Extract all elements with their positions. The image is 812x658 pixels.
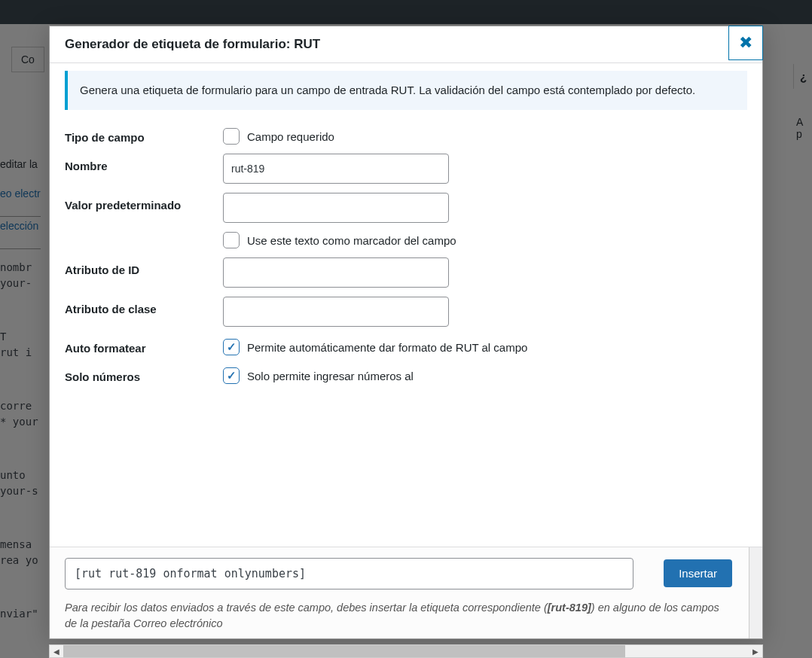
horizontal-scrollbar[interactable]: ◀ ▶ — [49, 644, 763, 658]
placeholder-checkbox[interactable] — [223, 232, 240, 248]
id-attr-input[interactable] — [223, 257, 449, 288]
close-icon: ✖ — [739, 33, 752, 53]
autoformat-checkbox-label: Permite automáticamente dar formato de R… — [247, 341, 527, 354]
required-checkbox-label: Campo requerido — [247, 130, 334, 143]
name-label: Nombre — [65, 154, 223, 172]
vertical-scrollbar[interactable] — [749, 547, 762, 639]
default-value-label: Valor predeterminado — [65, 193, 223, 212]
generated-tag-input[interactable] — [65, 558, 633, 589]
info-box: Genera una etiqueta de formulario para u… — [65, 71, 747, 110]
onlynumbers-label: Solo números — [65, 364, 223, 383]
footer-note-tag: [rut-819] — [548, 602, 591, 614]
id-attr-label: Atributo de ID — [65, 257, 223, 276]
name-input[interactable] — [223, 154, 449, 184]
field-type-label: Tipo de campo — [65, 125, 223, 144]
scroll-left-icon[interactable]: ◀ — [50, 645, 63, 657]
scrollbar-thumb[interactable] — [63, 645, 625, 657]
insert-button[interactable]: Insertar — [664, 559, 732, 587]
autoformat-checkbox[interactable] — [223, 339, 240, 355]
close-button[interactable]: ✖ — [728, 26, 763, 60]
footer-note-pre: Para recibir los datos enviados a través… — [65, 602, 548, 614]
required-checkbox[interactable] — [223, 128, 240, 145]
tag-generator-modal: Generador de etiqueta de formulario: RUT… — [49, 26, 763, 639]
placeholder-checkbox-label: Use este texto como marcador del campo — [247, 234, 456, 247]
class-attr-label: Atributo de clase — [65, 297, 223, 315]
scroll-right-icon[interactable]: ▶ — [749, 645, 762, 657]
onlynumbers-checkbox-label: Solo permite ingresar números al — [247, 370, 414, 382]
modal-footer: Insertar Para recibir los datos enviados… — [50, 547, 762, 639]
autoformat-label: Auto formatear — [65, 336, 223, 355]
onlynumbers-checkbox[interactable] — [223, 367, 240, 384]
modal-header: Generador de etiqueta de formulario: RUT… — [50, 26, 762, 63]
footer-note: Para recibir los datos enviados a través… — [65, 600, 732, 633]
scrollbar-track[interactable] — [63, 645, 749, 657]
modal-title: Generador de etiqueta de formulario: RUT — [65, 37, 320, 52]
modal-body: Genera una etiqueta de formulario para u… — [50, 63, 762, 547]
class-attr-input[interactable] — [223, 297, 449, 327]
default-value-input[interactable] — [223, 193, 449, 223]
